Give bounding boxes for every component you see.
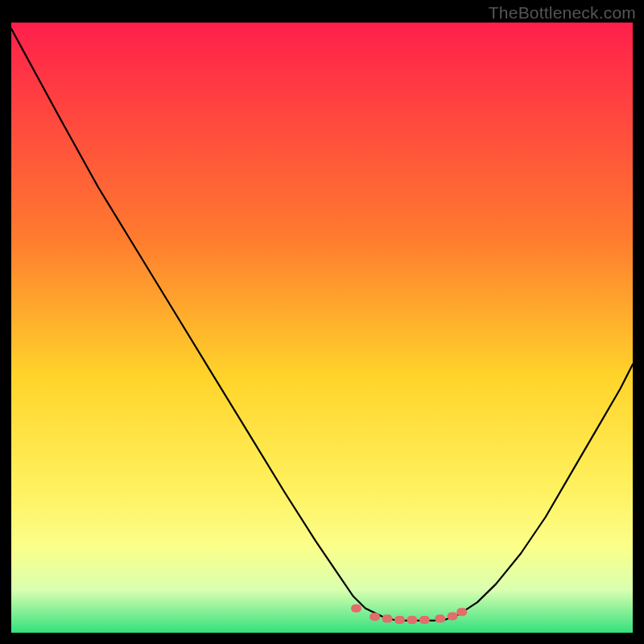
optimum-marker bbox=[351, 605, 361, 613]
optimum-marker bbox=[419, 616, 430, 624]
watermark-text: TheBottleneck.com bbox=[489, 3, 636, 23]
optimum-marker bbox=[382, 615, 393, 623]
optimum-marker bbox=[456, 608, 467, 616]
gradient-rect bbox=[11, 23, 633, 633]
plot-area bbox=[11, 23, 633, 633]
optimum-marker bbox=[369, 613, 380, 621]
optimum-marker bbox=[394, 616, 405, 624]
optimum-marker bbox=[407, 616, 417, 624]
chart-frame: TheBottleneck.com bbox=[0, 0, 644, 644]
optimum-marker bbox=[435, 615, 445, 623]
optimum-marker bbox=[448, 613, 458, 621]
chart-svg bbox=[11, 23, 633, 633]
